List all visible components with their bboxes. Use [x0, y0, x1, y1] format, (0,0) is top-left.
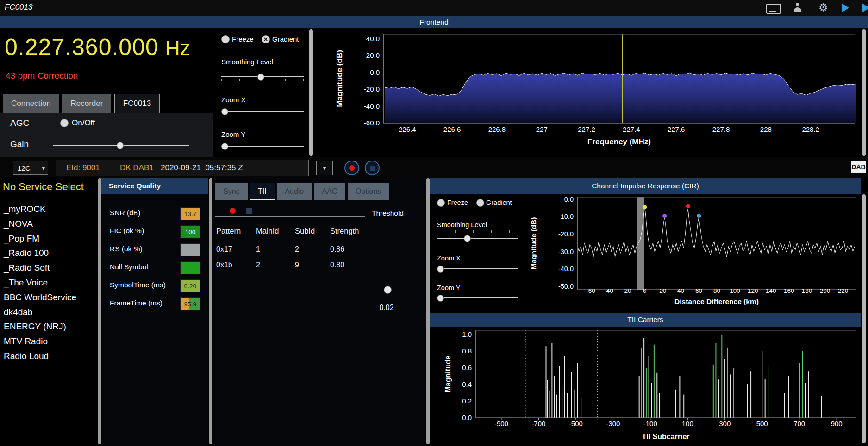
settings-gear-icon[interactable]: [818, 1, 828, 14]
right-scrollbar[interactable]: [862, 194, 866, 443]
spectrum-zoomy-handle[interactable]: [221, 143, 228, 150]
quality-splitter[interactable]: [209, 178, 212, 444]
threshold-slider-handle[interactable]: [384, 286, 392, 294]
svg-text:220: 220: [838, 287, 849, 294]
spectrum-controls-scrollbar[interactable]: [309, 29, 313, 156]
ensemble-toolbar: 12C EId: 9001 DK DAB1 2020-09-21 05:57:3…: [0, 157, 868, 178]
quality-value-frame-time: 95.9: [180, 297, 200, 310]
cir-zoomy-label: Zoom Y: [437, 284, 461, 291]
tab-fc0013[interactable]: FC0013: [114, 94, 160, 113]
cir-gradient-radio[interactable]: [476, 199, 484, 207]
service-item[interactable]: _Pop FM: [4, 234, 96, 248]
svg-text:200: 200: [820, 287, 831, 294]
svg-text:180: 180: [802, 287, 812, 294]
threshold-label: Threshold: [368, 209, 407, 217]
service-item[interactable]: Radio Loud: [4, 351, 96, 366]
service-item[interactable]: _NOVA: [4, 219, 96, 234]
tii-carriers-chart: 0.00.20.40.60.81.0-900-700-500-300-10010…: [430, 327, 861, 446]
frontend-spectrum-chart[interactable]: 40.020.00.0-20.0-40.0-60.0226.4226.6226.…: [313, 28, 861, 157]
stop-button[interactable]: [365, 161, 380, 175]
service-item[interactable]: dk4dab: [4, 307, 96, 322]
spectrum-zoomx-handle[interactable]: [221, 108, 228, 115]
window-title: FC0013: [5, 3, 32, 12]
cir-header: Channel Impulse Response (CIR): [430, 178, 861, 194]
tab-audio[interactable]: Audio: [277, 183, 312, 200]
tab-recorder[interactable]: Recorder: [62, 94, 111, 113]
svg-text:-20.0: -20.0: [558, 230, 574, 238]
gain-label: Gain: [10, 139, 29, 149]
service-item[interactable]: _Radio Soft: [4, 263, 96, 278]
quality-value-fic: 100: [180, 225, 200, 238]
svg-text:Magnitude (dB): Magnitude (dB): [335, 50, 344, 107]
keyboard-icon[interactable]: [766, 4, 781, 14]
cir-gradient-label: Gradient: [486, 199, 512, 206]
tab-sync[interactable]: Sync: [215, 183, 248, 200]
svg-text:-50.0: -50.0: [558, 283, 574, 290]
tab-options[interactable]: Options: [348, 183, 389, 200]
cir-zoomx-handle[interactable]: [437, 266, 444, 273]
null-led-icon: [246, 208, 252, 214]
services-splitter[interactable]: [98, 178, 101, 444]
svg-text:227.6: 227.6: [668, 125, 685, 133]
agc-radio[interactable]: [60, 119, 69, 127]
svg-text:-60: -60: [586, 287, 595, 294]
svg-text:-100: -100: [643, 420, 657, 427]
spectrum-zoomx-track[interactable]: [221, 111, 304, 112]
svg-text:0.6: 0.6: [462, 364, 472, 372]
spectrum-zoomy-label: Zoom Y: [221, 130, 245, 138]
ensemble-dropdown-button[interactable]: [316, 161, 333, 175]
cir-freeze-label: Freeze: [447, 199, 468, 206]
service-item[interactable]: BBC WorldService: [4, 292, 96, 307]
record-button[interactable]: [344, 161, 359, 175]
service-item[interactable]: _Radio 100: [4, 248, 96, 263]
cir-zoomy-track[interactable]: [437, 297, 518, 298]
ensemble-dropdown-caret-icon: [323, 164, 326, 172]
svg-text:-40.0: -40.0: [558, 265, 574, 273]
tii-col-pattern: Pattern: [216, 227, 241, 235]
cir-smoothing-label: Smoothing Level: [437, 221, 487, 229]
tab-connection[interactable]: Connection: [3, 94, 59, 113]
user-info-icon[interactable]: [793, 3, 802, 13]
svg-text:20.0: 20.0: [366, 51, 380, 59]
gain-slider-handle[interactable]: [117, 142, 124, 149]
quality-row-frame-time: FrameTime (ms) 95.9: [101, 297, 208, 315]
tii-col-subid: SubId: [295, 227, 315, 235]
svg-text:1.0: 1.0: [462, 330, 472, 338]
spectrum-zoomy-track[interactable]: [221, 146, 304, 147]
spectrum-zoomx-label: Zoom X: [221, 96, 246, 104]
svg-text:TII Subcarrier: TII Subcarrier: [642, 433, 689, 440]
cir-zoomx-track[interactable]: [437, 268, 518, 269]
play-icon-secondary[interactable]: [862, 3, 868, 12]
service-item[interactable]: _The Voice: [4, 278, 96, 292]
svg-text:-40: -40: [604, 287, 613, 294]
spectrum-gradient-radio[interactable]: [262, 35, 270, 43]
service-quality-header: Service Quality: [101, 178, 208, 194]
cir-freeze-radio[interactable]: [437, 199, 445, 207]
tab-aac[interactable]: AAC: [314, 183, 345, 200]
service-item[interactable]: MTV Radio: [4, 336, 96, 351]
service-item[interactable]: _myROCK: [4, 204, 96, 219]
svg-text:0.2: 0.2: [462, 397, 472, 405]
svg-text:-30.0: -30.0: [558, 248, 574, 255]
channel-select[interactable]: 12C: [13, 161, 48, 175]
services-header: No Service Select: [3, 181, 84, 193]
svg-text:-60.0: -60.0: [364, 119, 380, 127]
tii-carriers-header-title: TII Carriers: [627, 316, 663, 324]
cir-smoothing-track[interactable]: [437, 238, 518, 239]
svg-text:20: 20: [659, 287, 666, 294]
svg-text:-20.0: -20.0: [364, 85, 380, 93]
cir-zoomy-handle[interactable]: [437, 295, 444, 302]
decoder-splitter[interactable]: [426, 178, 430, 444]
spectrum-freeze-radio[interactable]: [221, 35, 230, 43]
cir-smoothing-handle[interactable]: [464, 235, 471, 242]
svg-text:160: 160: [784, 287, 794, 294]
tab-tii[interactable]: TII: [250, 183, 275, 200]
service-quality-panel: Service Quality SNR (dB) 13.7 FIC (ok %)…: [101, 177, 208, 446]
spectrum-scrollbar[interactable]: [862, 29, 866, 156]
play-icon[interactable]: [842, 3, 849, 12]
tii-separator: [215, 216, 365, 217]
service-item[interactable]: ENERGY (NRJ): [4, 322, 96, 336]
svg-text:226.6: 226.6: [443, 125, 461, 133]
channel-select-value: 12C: [13, 164, 42, 172]
svg-text:100: 100: [730, 287, 740, 294]
